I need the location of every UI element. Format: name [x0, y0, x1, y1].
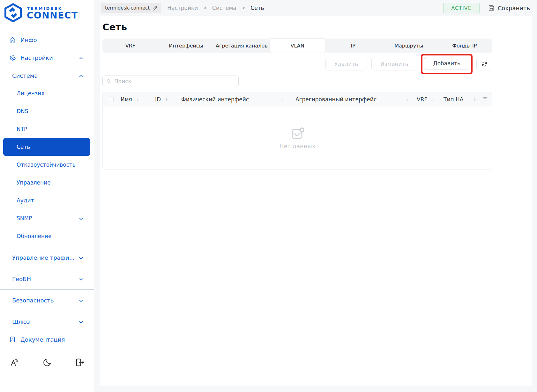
sidebar-item-label: Документация — [20, 336, 65, 343]
sidebar-item-failover[interactable]: Отказоустойчивость — [0, 156, 94, 174]
chevron-down-icon — [79, 215, 83, 221]
sidebar-item-label: Отказоустойчивость — [17, 162, 76, 168]
add-button[interactable]: Добавить — [424, 57, 469, 70]
hostname-chip[interactable]: termidesk-connect — [101, 3, 161, 13]
chevron-down-icon — [79, 254, 83, 261]
no-data-inbox-icon — [290, 126, 305, 140]
sort-icon[interactable] — [473, 96, 477, 103]
save-button-label: Сохранить — [498, 5, 530, 11]
table-toolbar: Удалить Изменить Добавить — [102, 57, 492, 71]
status-badge: ACTIVE — [443, 3, 479, 13]
table-header-row: Имя ID Физический интерфейс Агрегированн… — [102, 92, 492, 106]
red-annotation-box: Добавить — [421, 54, 473, 74]
tab-link-aggregation[interactable]: Агрегация каналов — [214, 39, 270, 53]
sidebar-item-label: Шлюз — [12, 318, 30, 325]
sidebar-item-label: SNMP — [17, 215, 32, 221]
sidebar-item-management[interactable]: Управление — [0, 174, 94, 192]
save-button[interactable]: Сохранить — [488, 4, 530, 11]
chevron-up-icon — [79, 54, 83, 61]
top-header-bar: termidesk-connect Настройки > Система > … — [94, 0, 537, 16]
dark-mode-icon[interactable] — [42, 358, 52, 367]
column-header-vrf: VRF — [417, 96, 427, 103]
sidebar-item-label: Обновление — [17, 233, 51, 239]
gear-icon — [9, 54, 16, 61]
edit-button[interactable]: Изменить — [371, 58, 417, 70]
sidebar-item-license[interactable]: Лицензия — [0, 84, 94, 102]
logout-icon[interactable] — [75, 358, 85, 367]
sidebar-item-label: NTP — [17, 126, 27, 132]
sort-icon[interactable] — [136, 96, 140, 103]
edit-pencil-icon[interactable] — [152, 5, 158, 11]
chevron-down-icon — [79, 318, 83, 325]
sidebar-divider — [0, 247, 94, 247]
sidebar-item-label: Управление — [17, 179, 51, 186]
column-header-ha-type: Тип HA — [444, 96, 463, 103]
sidebar-item-documentation[interactable]: А Документация — [0, 330, 94, 348]
home-icon — [9, 36, 16, 43]
sidebar-footer — [0, 358, 94, 367]
sidebar-item-gateway[interactable]: Шлюз — [0, 313, 94, 330]
sidebar-item-update[interactable]: Обновление — [0, 227, 94, 245]
termidesk-hexagon-logo-icon — [3, 3, 23, 24]
tab-routes[interactable]: Маршруты — [381, 39, 437, 53]
sidebar-item-ntp[interactable]: NTP — [0, 120, 94, 138]
sidebar-item-info[interactable]: Инфо — [0, 31, 94, 49]
sidebar-item-label: Безопасность — [12, 297, 54, 304]
select-all-checkbox[interactable] — [108, 97, 114, 102]
column-header-physical-interface: Физический интерфейс — [181, 96, 249, 103]
brand-name-bottom: CONNECT — [27, 11, 78, 20]
sidebar-item-network[interactable]: Сеть — [3, 138, 90, 156]
brand-logo[interactable]: TERMIDESK CONNECT — [0, 0, 94, 24]
tab-ip-pools[interactable]: Фонды IP — [436, 39, 492, 53]
sidebar-item-security[interactable]: Безопасность — [0, 291, 94, 309]
tab-interfaces[interactable]: Интерфейсы — [158, 39, 214, 53]
table-empty-state: Нет данных — [102, 106, 492, 170]
language-icon[interactable] — [10, 358, 19, 367]
sidebar-item-label: Аудит — [17, 197, 34, 204]
sort-icon[interactable] — [280, 96, 284, 103]
sidebar-item-settings[interactable]: Настройки — [0, 49, 94, 67]
sidebar-menu: Инфо Настройки Система Лицензия DNS NTP … — [0, 31, 94, 348]
chevron-up-icon — [79, 72, 83, 79]
tab-vrf[interactable]: VRF — [102, 39, 158, 53]
sidebar-item-geobn[interactable]: ГеоБН — [0, 270, 94, 288]
breadcrumb-separator: > — [242, 5, 246, 11]
sidebar-item-system[interactable]: Система — [0, 67, 94, 84]
breadcrumb-system[interactable]: Система — [212, 5, 236, 11]
refresh-icon — [481, 61, 488, 68]
sidebar-item-traffic-management[interactable]: Управление трафи... — [0, 249, 94, 266]
filter-columns-icon[interactable] — [482, 96, 488, 103]
sort-icon[interactable] — [165, 96, 168, 103]
sidebar-item-snmp[interactable]: SNMP — [0, 209, 94, 227]
no-data-label: Нет данных — [280, 143, 316, 149]
breadcrumb-settings[interactable]: Настройки — [167, 5, 198, 11]
tab-ip[interactable]: IP — [325, 39, 381, 53]
breadcrumb: Настройки > Система > Сеть — [167, 5, 264, 11]
search-field — [102, 76, 239, 87]
sort-icon[interactable] — [405, 96, 409, 103]
chevron-down-icon — [79, 276, 83, 282]
sidebar-item-label: Система — [12, 72, 38, 79]
page-title: Сеть — [102, 22, 492, 33]
chevron-down-icon — [79, 297, 83, 304]
sidebar-item-label: Сеть — [17, 144, 30, 150]
sidebar-item-label: Управление трафи... — [12, 254, 75, 261]
sidebar-item-label: DNS — [17, 108, 28, 114]
search-input[interactable] — [102, 76, 239, 87]
sidebar-divider — [0, 268, 94, 268]
main-content-card: Сеть VRF Интерфейсы Агрегация каналов VL… — [100, 16, 532, 386]
sidebar-divider — [0, 311, 94, 311]
column-header-name: Имя — [121, 96, 132, 103]
svg-text:А: А — [11, 338, 14, 341]
sidebar-item-dns[interactable]: DNS — [0, 102, 94, 120]
sidebar-item-label: Инфо — [20, 37, 37, 43]
sidebar-item-audit[interactable]: Аудит — [0, 192, 94, 209]
sidebar-divider — [0, 289, 94, 290]
sort-icon[interactable] — [431, 96, 435, 103]
refresh-button[interactable] — [476, 58, 492, 70]
breadcrumb-separator: > — [203, 5, 207, 11]
sidebar-item-label: Настройки — [20, 54, 53, 61]
delete-button[interactable]: Удалить — [325, 58, 367, 70]
sidebar: TERMIDESK CONNECT Инфо Настройки Система… — [0, 0, 94, 392]
tab-vlan[interactable]: VLAN — [270, 39, 325, 53]
